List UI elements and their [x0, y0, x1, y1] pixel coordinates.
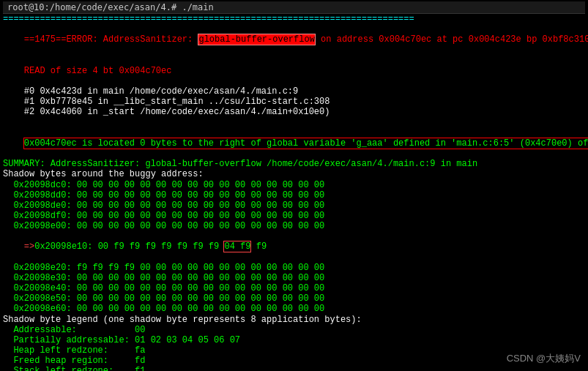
error-type: global-buffer-overflow	[198, 34, 315, 45]
legend-stack-left: Stack left redzone: f1	[3, 366, 585, 371]
shadow-row-e60: 0x20098e60: 00 00 00 00 00 00 00 00 00 0…	[3, 304, 585, 314]
shadow-row-df0: 0x20098df0: 00 00 00 00 00 00 00 00 00 0…	[3, 211, 585, 221]
stack-frame-2: #2 0x4c4060 in _start /home/code/exec/as…	[3, 107, 585, 117]
shadow-row-e10-highlight: 04 f9	[224, 241, 250, 252]
shadow-row-dc0: 0x20098dc0: 00 00 00 00 00 00 00 00 00 0…	[3, 180, 585, 190]
error-line: ==1475==ERROR: AddressSanitizer: global-…	[3, 24, 585, 55]
read-line: READ of size 4 bt 0x004c70ec	[3, 56, 585, 86]
separator-line: ========================================…	[3, 14, 585, 24]
terminal: root@10:/home/code/exec/asan/4.# ./main …	[0, 0, 588, 371]
legend-addressable: Addressable: 00	[3, 325, 585, 335]
arrow-symbol: =>	[24, 241, 34, 252]
legend-freed-heap: Freed heap region: fd	[3, 356, 585, 366]
shadow-row-e10-addr: 0x20098e10: 00 f9 f9 f9 f9 f9 f9 f9	[34, 241, 224, 252]
stack-frame-0: #0 0x4c423d in main /home/code/exec/asan…	[3, 86, 585, 97]
title-bar: root@10:/home/code/exec/asan/4.# ./main	[3, 1, 585, 14]
summary-box: 0x004c70ec is located 0 bytes to the rig…	[24, 138, 588, 149]
blank-line	[3, 118, 585, 128]
legend-heap-left: Heap left redzone: fa	[3, 345, 585, 356]
stack-frame-1: #1 0xb7778e45 in __libc_start_main ../cs…	[3, 97, 585, 107]
error-suffix: on address 0x004c70ec at pc 0x004c423e b…	[316, 34, 588, 45]
shadow-row-e10-rest: f9	[250, 241, 267, 252]
shadow-row-e50: 0x20098e50: 00 00 00 00 00 00 00 00 00 0…	[3, 293, 585, 304]
shadow-header: Shadow bytes around the buggy address:	[3, 169, 585, 179]
shadow-row-e30: 0x20098e30: 00 00 00 00 00 00 00 00 00 0…	[3, 273, 585, 283]
read-text: READ of size 4 bt 0x004c70ec	[24, 66, 172, 76]
summary-line: SUMMARY: AddressSanitizer: global-buffer…	[3, 159, 585, 169]
legend-partial: Partially addressable: 01 02 03 04 05 06…	[3, 335, 585, 345]
shadow-row-e40: 0x20098e40: 00 00 00 00 00 00 00 00 00 0…	[3, 283, 585, 293]
title-text: root@10:/home/code/exec/asan/4.# ./main	[7, 2, 214, 12]
watermark: CSDN @大姨妈V	[507, 352, 581, 365]
shadow-row-dd0: 0x20098dd0: 00 00 00 00 00 00 00 00 00 0…	[3, 190, 585, 201]
shadow-row-e00: 0x20098e00: 00 00 00 00 00 00 00 00 00 0…	[3, 221, 585, 231]
shadow-row-de0: 0x20098de0: 00 00 00 00 00 00 00 00 00 0…	[3, 201, 585, 211]
shadow-row-e10-arrow: =>0x20098e10: 00 f9 f9 f9 f9 f9 f9 f9 04…	[3, 231, 585, 262]
shadow-row-e20: 0x20098e20: f9 f9 f9 f9 00 00 00 00 00 0…	[3, 263, 585, 273]
error-prefix: ==1475==ERROR: AddressSanitizer:	[24, 34, 198, 45]
legend-header: Shadow byte legend (one shadow byte repr…	[3, 315, 585, 325]
summary-highlight: 0x004c70ec is located 0 bytes to the rig…	[3, 128, 585, 159]
